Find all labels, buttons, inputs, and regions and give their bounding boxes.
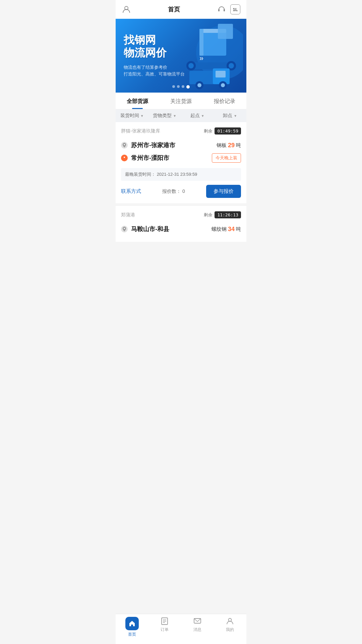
chevron-down-icon: ▼: [201, 114, 204, 118]
chevron-down-icon: ▼: [140, 114, 144, 118]
banner: 找钢网 物流网价 物流也有了结算参考价 打造阳光、高效、可靠物流平台: [116, 19, 246, 93]
card-timer-1: 剩余 01:49:59: [204, 127, 241, 135]
cargo-card-1: 胖猫-张家港玖隆库 剩余 01:49:59 苏州市-张家港市: [116, 122, 246, 203]
card-footer-1: 联系方式 报价数： 0 参与报价: [121, 185, 241, 198]
user-icon[interactable]: [122, 5, 131, 14]
notification-badge-icon[interactable]: 1L: [230, 4, 240, 14]
card-timer-2: 剩余 11:26:13: [204, 211, 241, 218]
dest-dot-1: [121, 155, 128, 161]
origin-row-2: 马鞍山市-和县 螺纹钢 34 吨: [121, 223, 241, 235]
header-actions: 1L: [217, 4, 240, 14]
chevron-down-icon: ▼: [173, 114, 176, 118]
origin-dot-2: [121, 226, 128, 232]
cargo-card-2: 郑蒲港 剩余 11:26:13 马鞍山市-和县 螺纹钢 34 吨: [116, 206, 246, 242]
svg-point-16: [197, 83, 201, 87]
content-area: 胖猫-张家港玖隆库 剩余 01:49:59 苏州市-张家港市: [116, 122, 246, 271]
card-deadline-1: 最晚装货时间： 2021-12-31 23:59:59: [121, 168, 241, 181]
dest-row-1: 常州市-溧阳市 今天晚上装: [121, 151, 241, 165]
origin-city-2: 马鞍山市-和县: [131, 225, 169, 233]
dot-3: [182, 85, 184, 88]
origin-city-1: 苏州市-张家港市: [131, 141, 175, 149]
deadline-label-1: 最晚装货时间：: [125, 172, 156, 177]
header: 首页 1L: [116, 0, 246, 19]
banner-subtitle: 物流也有了结算参考价 打造阳光、高效、可靠物流平台: [124, 64, 238, 78]
tab-all-cargo[interactable]: 全部货源: [116, 93, 159, 109]
headset-icon[interactable]: [217, 5, 226, 14]
origin-row-1: 苏州市-张家港市 钢板 29 吨: [121, 139, 241, 151]
card-route-1: 苏州市-张家港市 钢板 29 吨 常州市-溧阳市: [121, 139, 241, 165]
deadline-value-1: 2021-12-31 23:59:59: [157, 172, 197, 177]
timer-value-2: 11:26:13: [215, 211, 241, 218]
tab-followed-cargo[interactable]: 关注货源: [159, 93, 203, 109]
remaining-label-1: 剩余: [204, 128, 213, 134]
chevron-down-icon: ▼: [234, 114, 237, 118]
cargo-weight-1: 29: [228, 142, 235, 149]
contact-link-1[interactable]: 联系方式: [121, 188, 141, 195]
quote-count-label-1: 报价数： 0: [162, 189, 185, 195]
cargo-source-2: 郑蒲港: [121, 212, 135, 218]
svg-rect-2: [224, 9, 225, 11]
dest-left-1: 常州市-溧阳市: [121, 154, 169, 162]
banner-text: 找钢网 物流网价 物流也有了结算参考价 打造阳光、高效、可靠物流平台: [124, 34, 238, 78]
quote-button-1[interactable]: 参与报价: [206, 185, 241, 198]
svg-rect-1: [218, 9, 220, 11]
card-header-2: 郑蒲港 剩余 11:26:13: [121, 211, 241, 218]
banner-dots: [172, 85, 190, 89]
tab-quote-history[interactable]: 报价记录: [203, 93, 246, 109]
tabs: 全部货源 关注货源 报价记录: [116, 93, 246, 109]
tonight-tag-1: 今天晚上装: [212, 153, 241, 163]
origin-left-2: 马鞍山市-和县: [121, 225, 169, 233]
cargo-info-2: 螺纹钢 34 吨: [212, 226, 241, 233]
card-header-1: 胖猫-张家港玖隆库 剩余 01:49:59: [121, 127, 241, 135]
filter-cargo-type[interactable]: 货物类型 ▼: [148, 113, 181, 119]
svg-point-23: [124, 228, 125, 229]
filter-origin[interactable]: 起点 ▼: [181, 113, 214, 119]
timer-value-1: 01:49:59: [215, 127, 241, 135]
origin-left-1: 苏州市-张家港市: [121, 141, 175, 149]
badge-text: 1L: [233, 7, 238, 12]
dot-1: [172, 85, 175, 88]
dot-2: [177, 85, 180, 88]
banner-title: 找钢网 物流网价: [124, 34, 238, 59]
svg-point-22: [124, 157, 125, 158]
svg-point-18: [221, 83, 225, 87]
cargo-type-2: 螺纹钢: [212, 226, 227, 232]
svg-point-21: [124, 144, 125, 145]
dest-city-1: 常州市-溧阳市: [131, 154, 169, 162]
filter-bar: 装货时间 ▼ 货物类型 ▼ 起点 ▼ 卸点 ▼: [116, 109, 246, 122]
filter-load-time[interactable]: 装货时间 ▼: [116, 113, 148, 119]
dot-4: [186, 85, 190, 89]
cargo-weight-2: 34: [228, 226, 235, 233]
cargo-source-1: 胖猫-张家港玖隆库: [121, 128, 160, 134]
weight-unit-2: 吨: [236, 226, 241, 232]
weight-unit-1: 吨: [236, 142, 241, 149]
page-title: 首页: [168, 5, 180, 13]
remaining-label-2: 剩余: [204, 212, 213, 218]
filter-destination[interactable]: 卸点 ▼: [214, 113, 247, 119]
cargo-info-1: 钢板 29 吨: [217, 142, 241, 149]
cargo-type-1: 钢板: [217, 142, 227, 149]
origin-dot-1: [121, 142, 128, 149]
